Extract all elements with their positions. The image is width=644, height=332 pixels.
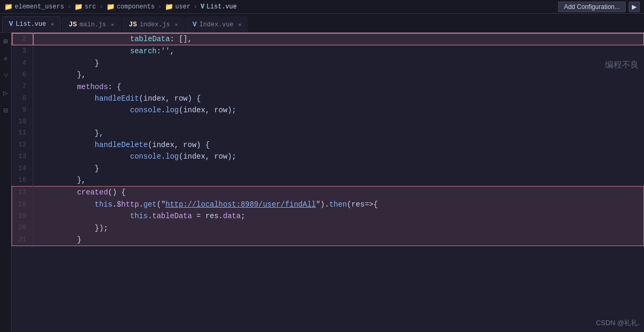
property-token: data [223, 212, 241, 220]
function-token: handleDelete [95, 141, 148, 149]
punct-token: ) { [196, 141, 210, 149]
table-row: 20 }); [12, 222, 644, 234]
breadcrumb-label: src [85, 3, 96, 11]
line-code: search:'', [33, 45, 644, 57]
punct-token: . [219, 212, 223, 220]
table-row: 12 handleDelete(index, row) { [12, 139, 644, 151]
url-token: http://localhost:8989/user/findAll [165, 200, 316, 209]
breadcrumb-label: components [117, 3, 155, 11]
function-token: log [165, 106, 179, 114]
punct-token: : [156, 47, 161, 55]
punct-token: } [95, 59, 99, 67]
property-token: $http [117, 200, 139, 209]
git-icon[interactable]: ⑂ [4, 72, 8, 80]
line-code: tableData: [], [33, 33, 644, 45]
table-row: 3 search:'', [12, 45, 644, 57]
punct-token: }) [95, 224, 104, 232]
folder-icon: 📁 [165, 3, 173, 11]
punct-token: . [112, 200, 116, 209]
breadcrumb-label: user [175, 3, 191, 11]
line-code: }, [33, 174, 644, 187]
punct-token: . [148, 212, 152, 220]
line-code: methods: { [33, 81, 644, 93]
line-code: } [33, 163, 644, 174]
line-number: 11 [12, 128, 33, 139]
search-icon[interactable]: ⌕ [3, 54, 7, 63]
keyword-token: console [130, 152, 161, 161]
breadcrumb-item-active[interactable]: V List.vue [201, 3, 237, 11]
tab-index-js[interactable]: JS index.js ✕ [122, 16, 185, 32]
tab-main-js[interactable]: JS main.js ✕ [62, 16, 121, 32]
tab-bar: V List.vue ✕ JS main.js ✕ JS index.js ✕ … [0, 14, 644, 33]
line-code: this.tableData = res.data; [33, 210, 644, 222]
table-row: 6 }, [12, 69, 644, 81]
value-token: res [205, 212, 219, 220]
debug-icon[interactable]: ▷ [3, 89, 7, 97]
tab-list-vue[interactable]: V List.vue ✕ [2, 16, 61, 32]
table-row: 11 }, [12, 128, 644, 139]
punct-token: : { [108, 83, 121, 91]
breadcrumb-sep: › [158, 3, 162, 11]
tab-label: main.js [80, 21, 106, 28]
line-number: 18 [12, 199, 33, 210]
keyword-token: methods [77, 83, 108, 91]
folder-icon: 📁 [74, 3, 83, 11]
keyword-token: console [130, 106, 161, 114]
line-number: 9 [12, 104, 33, 116]
keyword-token: this [130, 212, 148, 220]
add-config-arrow-button[interactable]: ▶ [629, 2, 640, 12]
value-token: index, row [143, 94, 187, 103]
breadcrumb-item[interactable]: 📁 components [106, 3, 155, 11]
line-code: } [33, 57, 644, 69]
punct-token: , [170, 47, 174, 55]
punct-token: . [161, 106, 165, 114]
close-icon[interactable]: ✕ [175, 22, 178, 28]
punct-token: ); [227, 152, 236, 161]
line-code: this.$http.get("http://localhost:8989/us… [33, 199, 644, 210]
folder-icon: 📁 [106, 3, 115, 11]
line-code: }); [33, 222, 644, 234]
function-token: handleEdit [95, 94, 139, 103]
explorer-icon[interactable]: ⊞ [3, 37, 7, 46]
breadcrumb-item[interactable]: 📁 user [165, 3, 191, 11]
add-configuration-button[interactable]: Add Configuration... [558, 2, 626, 12]
line-code: created() { [33, 187, 644, 199]
property-key-token: search [130, 47, 156, 55]
line-code: }, [33, 69, 644, 81]
punct-token: ) { [187, 94, 201, 103]
close-icon[interactable]: ✕ [238, 22, 241, 28]
line-number: 12 [12, 139, 33, 151]
punct-token: ( [347, 200, 351, 209]
code-editor: 编程不良 2 tableData: [],3 search:'',4 }6 },… [12, 33, 644, 332]
breadcrumb-item[interactable]: 📁 element_users [4, 3, 64, 11]
property-token: tableData [152, 212, 192, 220]
line-code: handleEdit(index, row) { [33, 93, 644, 104]
table-row: 9 console.log(index, row); [12, 104, 644, 116]
punct-token: = [192, 212, 205, 220]
line-number: 21 [12, 234, 33, 246]
code-scroll[interactable]: 2 tableData: [],3 search:'',4 }6 },7 met… [12, 33, 644, 332]
tab-index-vue[interactable]: V Index.vue ✕ [186, 16, 249, 32]
vue-icon: V [201, 3, 204, 11]
vue-icon: V [193, 21, 197, 28]
breadcrumb-item[interactable]: 📁 src [74, 3, 96, 11]
punct-token: ( [179, 152, 183, 161]
table-row: 2 tableData: [], [12, 33, 644, 45]
line-number: 16 [12, 174, 33, 187]
table-row: 16 }, [12, 174, 644, 187]
punct-token: , [187, 35, 192, 43]
tab-label: List.vue [16, 21, 46, 28]
breadcrumb-sep: › [99, 3, 103, 11]
table-row: 13 console.log(index, row); [12, 151, 644, 162]
line-number: 13 [12, 151, 33, 162]
table-row: 17 created() { [12, 187, 644, 199]
close-icon[interactable]: ✕ [51, 21, 54, 27]
value-token: index, row [183, 106, 227, 114]
tab-label: Index.vue [200, 21, 234, 28]
punct-token: }, [95, 129, 104, 138]
breadcrumb-label: element_users [15, 3, 64, 11]
extensions-icon[interactable]: ⊟ [3, 106, 7, 115]
close-icon[interactable]: ✕ [111, 22, 114, 28]
line-number: 2 [12, 33, 33, 45]
punct-token: } [77, 71, 81, 79]
